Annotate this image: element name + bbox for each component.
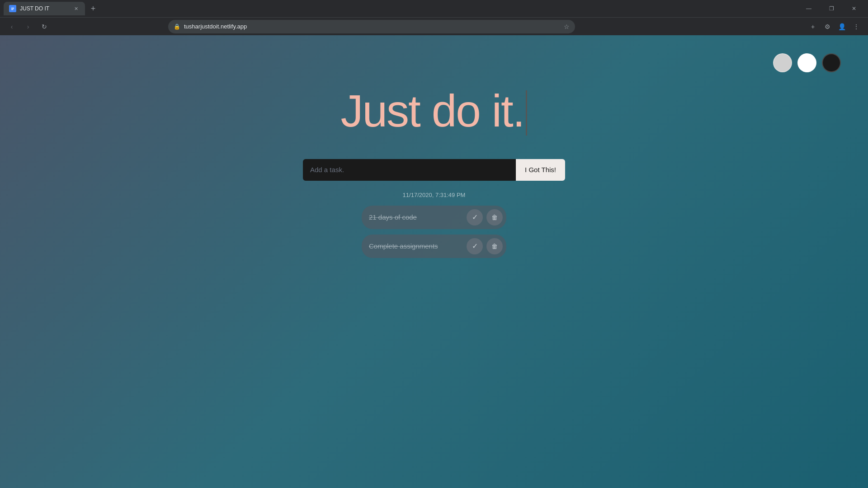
active-tab[interactable]: JUST DO IT ✕ bbox=[4, 2, 85, 15]
main-heading: Just do it. bbox=[341, 85, 528, 137]
task-label: Complete assignments bbox=[369, 242, 463, 250]
tab-title: JUST DO IT bbox=[20, 5, 69, 12]
forward-button[interactable]: › bbox=[22, 20, 34, 33]
toolbar-right: + ⚙ 👤 ⋮ bbox=[807, 20, 863, 33]
extensions-plus-button[interactable]: + bbox=[807, 20, 819, 33]
trash-icon bbox=[491, 213, 498, 221]
svg-rect-2 bbox=[11, 9, 14, 9]
tab-bar: JUST DO IT ✕ + — ❐ ✕ bbox=[0, 0, 868, 17]
complete-task-button[interactable] bbox=[467, 209, 483, 225]
profile-button[interactable]: 👤 bbox=[835, 20, 848, 33]
tab-favicon bbox=[9, 5, 16, 12]
minimize-button[interactable]: — bbox=[798, 2, 819, 15]
task-label: 21 days of code bbox=[369, 213, 463, 221]
svg-rect-3 bbox=[11, 9, 13, 10]
task-item: 21 days of code bbox=[362, 206, 506, 229]
browser-chrome: JUST DO IT ✕ + — ❐ ✕ ‹ › ↻ 🔒 tusharjustd… bbox=[0, 0, 868, 35]
text-cursor bbox=[526, 90, 527, 136]
task-list: 21 days of code Complete assignments bbox=[362, 206, 506, 258]
refresh-button[interactable]: ↻ bbox=[38, 20, 51, 33]
delete-task-button[interactable] bbox=[486, 209, 503, 225]
tab-close-button[interactable]: ✕ bbox=[72, 5, 80, 12]
datetime-display: 11/17/2020, 7:31:49 PM bbox=[403, 192, 466, 198]
svg-rect-1 bbox=[11, 8, 14, 8]
window-controls: — ❐ ✕ bbox=[798, 2, 864, 15]
heading-text: Just do it. bbox=[341, 85, 524, 136]
add-task-button[interactable]: I Got This! bbox=[516, 159, 565, 181]
delete-task-button[interactable] bbox=[486, 238, 503, 254]
new-tab-button[interactable]: + bbox=[87, 2, 99, 15]
trash-icon bbox=[491, 242, 498, 250]
lock-icon: 🔒 bbox=[174, 23, 180, 30]
address-bar: ‹ › ↻ 🔒 tusharjustdoit.netlify.app ☆ + ⚙… bbox=[0, 17, 868, 35]
extensions-button[interactable]: ⚙ bbox=[821, 20, 834, 33]
check-icon bbox=[472, 242, 478, 250]
task-input-area: I Got This! bbox=[303, 159, 565, 181]
url-text: tusharjustdoit.netlify.app bbox=[184, 23, 560, 30]
bookmark-icon[interactable]: ☆ bbox=[564, 23, 570, 30]
back-button[interactable]: ‹ bbox=[5, 20, 18, 33]
task-input[interactable] bbox=[303, 159, 516, 181]
task-item: Complete assignments bbox=[362, 235, 506, 258]
more-button[interactable]: ⋮ bbox=[850, 20, 863, 33]
check-icon bbox=[472, 213, 478, 221]
app-content: Just do it. I Got This! 11/17/2020, 7:31… bbox=[0, 35, 868, 488]
theme-circles bbox=[773, 53, 841, 72]
white-theme-button[interactable] bbox=[797, 53, 816, 72]
complete-task-button[interactable] bbox=[467, 238, 483, 254]
url-bar[interactable]: 🔒 tusharjustdoit.netlify.app ☆ bbox=[168, 20, 575, 33]
dark-theme-button[interactable] bbox=[822, 53, 841, 72]
light-theme-button[interactable] bbox=[773, 53, 792, 72]
close-button[interactable]: ✕ bbox=[844, 2, 864, 15]
maximize-button[interactable]: ❐ bbox=[821, 2, 842, 15]
